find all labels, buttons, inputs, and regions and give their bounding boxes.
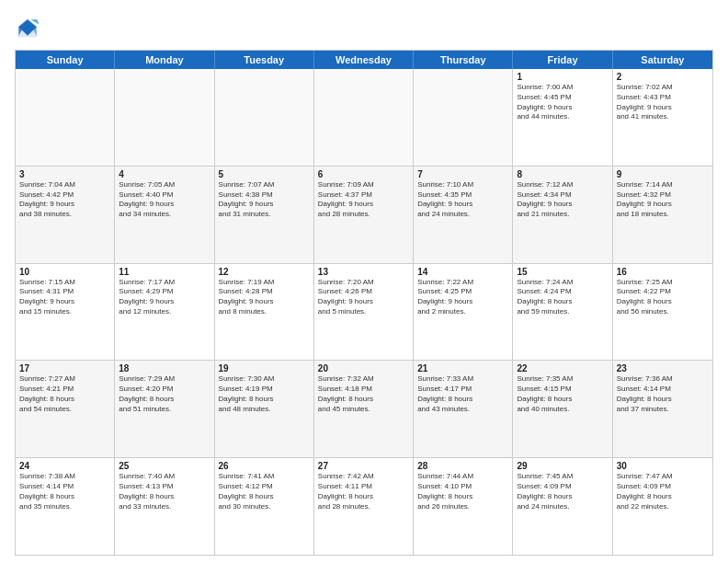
- day-info: Sunrise: 7:02 AM Sunset: 4:43 PM Dayligh…: [617, 83, 709, 122]
- day-number: 17: [19, 363, 110, 373]
- day-cell-14: 14Sunrise: 7:22 AM Sunset: 4:25 PM Dayli…: [414, 264, 513, 361]
- empty-cell-0-3: [314, 69, 414, 166]
- day-number: 2: [617, 72, 709, 82]
- day-info: Sunrise: 7:41 AM Sunset: 4:12 PM Dayligh…: [219, 472, 310, 511]
- day-cell-25: 25Sunrise: 7:40 AM Sunset: 4:13 PM Dayli…: [115, 458, 214, 555]
- day-number: 12: [219, 267, 310, 277]
- day-header-thursday: Thursday: [414, 51, 513, 69]
- day-cell-1: 1Sunrise: 7:00 AM Sunset: 4:45 PM Daylig…: [513, 69, 612, 166]
- calendar-header: SundayMondayTuesdayWednesdayThursdayFrid…: [16, 51, 712, 69]
- day-number: 18: [119, 363, 210, 373]
- header: [15, 15, 713, 40]
- day-number: 30: [617, 461, 709, 471]
- day-number: 24: [19, 461, 110, 471]
- day-number: 11: [119, 267, 210, 277]
- empty-cell-0-4: [414, 69, 513, 166]
- empty-cell-0-0: [16, 69, 115, 166]
- page: SundayMondayTuesdayWednesdayThursdayFrid…: [0, 0, 728, 563]
- day-cell-3: 3Sunrise: 7:04 AM Sunset: 4:42 PM Daylig…: [16, 167, 115, 263]
- day-number: 15: [517, 267, 608, 277]
- day-info: Sunrise: 7:44 AM Sunset: 4:10 PM Dayligh…: [417, 472, 508, 511]
- day-cell-16: 16Sunrise: 7:25 AM Sunset: 4:22 PM Dayli…: [613, 264, 712, 361]
- day-info: Sunrise: 7:22 AM Sunset: 4:25 PM Dayligh…: [417, 278, 508, 317]
- logo-icon: [15, 15, 40, 40]
- day-number: 9: [617, 169, 709, 179]
- day-info: Sunrise: 7:07 AM Sunset: 4:38 PM Dayligh…: [219, 180, 310, 220]
- day-cell-7: 7Sunrise: 7:10 AM Sunset: 4:35 PM Daylig…: [414, 167, 513, 263]
- day-info: Sunrise: 7:10 AM Sunset: 4:35 PM Dayligh…: [417, 180, 508, 220]
- day-number: 1: [517, 72, 608, 82]
- day-header-friday: Friday: [513, 51, 612, 69]
- day-cell-18: 18Sunrise: 7:29 AM Sunset: 4:20 PM Dayli…: [115, 361, 214, 457]
- day-cell-30: 30Sunrise: 7:47 AM Sunset: 4:09 PM Dayli…: [613, 458, 712, 555]
- day-info: Sunrise: 7:27 AM Sunset: 4:21 PM Dayligh…: [19, 374, 110, 414]
- day-number: 20: [318, 363, 409, 373]
- day-info: Sunrise: 7:09 AM Sunset: 4:37 PM Dayligh…: [318, 180, 409, 220]
- day-cell-29: 29Sunrise: 7:45 AM Sunset: 4:09 PM Dayli…: [513, 458, 612, 555]
- day-cell-8: 8Sunrise: 7:12 AM Sunset: 4:34 PM Daylig…: [513, 167, 612, 263]
- day-number: 3: [19, 169, 110, 179]
- day-number: 21: [417, 363, 508, 373]
- day-cell-26: 26Sunrise: 7:41 AM Sunset: 4:12 PM Dayli…: [215, 458, 314, 555]
- empty-cell-0-2: [215, 69, 314, 166]
- day-info: Sunrise: 7:36 AM Sunset: 4:14 PM Dayligh…: [617, 374, 709, 414]
- day-number: 19: [219, 363, 310, 373]
- day-info: Sunrise: 7:32 AM Sunset: 4:18 PM Dayligh…: [318, 374, 409, 414]
- day-number: 25: [119, 461, 210, 471]
- day-cell-13: 13Sunrise: 7:20 AM Sunset: 4:26 PM Dayli…: [314, 264, 414, 361]
- day-cell-21: 21Sunrise: 7:33 AM Sunset: 4:17 PM Dayli…: [414, 361, 513, 457]
- day-cell-5: 5Sunrise: 7:07 AM Sunset: 4:38 PM Daylig…: [215, 167, 314, 263]
- day-cell-20: 20Sunrise: 7:32 AM Sunset: 4:18 PM Dayli…: [314, 361, 414, 457]
- calendar-row-2: 3Sunrise: 7:04 AM Sunset: 4:42 PM Daylig…: [16, 167, 712, 264]
- day-info: Sunrise: 7:15 AM Sunset: 4:31 PM Dayligh…: [19, 278, 110, 317]
- day-info: Sunrise: 7:00 AM Sunset: 4:45 PM Dayligh…: [517, 83, 608, 122]
- day-info: Sunrise: 7:33 AM Sunset: 4:17 PM Dayligh…: [417, 374, 508, 414]
- day-info: Sunrise: 7:14 AM Sunset: 4:32 PM Dayligh…: [617, 180, 709, 220]
- day-info: Sunrise: 7:29 AM Sunset: 4:20 PM Dayligh…: [119, 374, 210, 414]
- day-cell-19: 19Sunrise: 7:30 AM Sunset: 4:19 PM Dayli…: [215, 361, 314, 457]
- calendar-row-3: 10Sunrise: 7:15 AM Sunset: 4:31 PM Dayli…: [16, 264, 712, 362]
- day-header-sunday: Sunday: [16, 51, 115, 69]
- day-number: 5: [219, 169, 310, 179]
- day-info: Sunrise: 7:05 AM Sunset: 4:40 PM Dayligh…: [119, 180, 210, 220]
- day-info: Sunrise: 7:04 AM Sunset: 4:42 PM Dayligh…: [19, 180, 110, 220]
- day-number: 13: [318, 267, 409, 277]
- day-number: 10: [19, 267, 110, 277]
- day-info: Sunrise: 7:24 AM Sunset: 4:24 PM Dayligh…: [517, 278, 608, 317]
- day-number: 14: [417, 267, 508, 277]
- day-number: 29: [517, 461, 608, 471]
- day-header-wednesday: Wednesday: [314, 51, 414, 69]
- day-info: Sunrise: 7:25 AM Sunset: 4:22 PM Dayligh…: [617, 278, 709, 317]
- day-info: Sunrise: 7:17 AM Sunset: 4:29 PM Dayligh…: [119, 278, 210, 317]
- day-cell-11: 11Sunrise: 7:17 AM Sunset: 4:29 PM Dayli…: [115, 264, 214, 361]
- day-number: 23: [617, 363, 709, 373]
- day-number: 16: [617, 267, 709, 277]
- day-number: 28: [417, 461, 508, 471]
- day-cell-12: 12Sunrise: 7:19 AM Sunset: 4:28 PM Dayli…: [215, 264, 314, 361]
- empty-cell-0-1: [115, 69, 214, 166]
- day-cell-28: 28Sunrise: 7:44 AM Sunset: 4:10 PM Dayli…: [414, 458, 513, 555]
- day-cell-23: 23Sunrise: 7:36 AM Sunset: 4:14 PM Dayli…: [613, 361, 712, 457]
- day-number: 4: [119, 169, 210, 179]
- day-cell-17: 17Sunrise: 7:27 AM Sunset: 4:21 PM Dayli…: [16, 361, 115, 457]
- day-info: Sunrise: 7:42 AM Sunset: 4:11 PM Dayligh…: [318, 472, 409, 511]
- day-cell-27: 27Sunrise: 7:42 AM Sunset: 4:11 PM Dayli…: [314, 458, 414, 555]
- calendar-body: 1Sunrise: 7:00 AM Sunset: 4:45 PM Daylig…: [16, 69, 712, 555]
- day-number: 7: [417, 169, 508, 179]
- day-header-saturday: Saturday: [613, 51, 712, 69]
- day-info: Sunrise: 7:38 AM Sunset: 4:14 PM Dayligh…: [19, 472, 110, 511]
- day-number: 27: [318, 461, 409, 471]
- day-cell-2: 2Sunrise: 7:02 AM Sunset: 4:43 PM Daylig…: [613, 69, 712, 166]
- day-info: Sunrise: 7:20 AM Sunset: 4:26 PM Dayligh…: [318, 278, 409, 317]
- day-number: 6: [318, 169, 409, 179]
- day-info: Sunrise: 7:30 AM Sunset: 4:19 PM Dayligh…: [219, 374, 310, 414]
- calendar-row-1: 1Sunrise: 7:00 AM Sunset: 4:45 PM Daylig…: [16, 69, 712, 167]
- day-cell-6: 6Sunrise: 7:09 AM Sunset: 4:37 PM Daylig…: [314, 167, 414, 263]
- calendar-row-4: 17Sunrise: 7:27 AM Sunset: 4:21 PM Dayli…: [16, 361, 712, 458]
- logo: [15, 15, 44, 40]
- day-number: 22: [517, 363, 608, 373]
- day-cell-10: 10Sunrise: 7:15 AM Sunset: 4:31 PM Dayli…: [16, 264, 115, 361]
- day-cell-15: 15Sunrise: 7:24 AM Sunset: 4:24 PM Dayli…: [513, 264, 612, 361]
- day-cell-22: 22Sunrise: 7:35 AM Sunset: 4:15 PM Dayli…: [513, 361, 612, 457]
- day-info: Sunrise: 7:47 AM Sunset: 4:09 PM Dayligh…: [617, 472, 709, 511]
